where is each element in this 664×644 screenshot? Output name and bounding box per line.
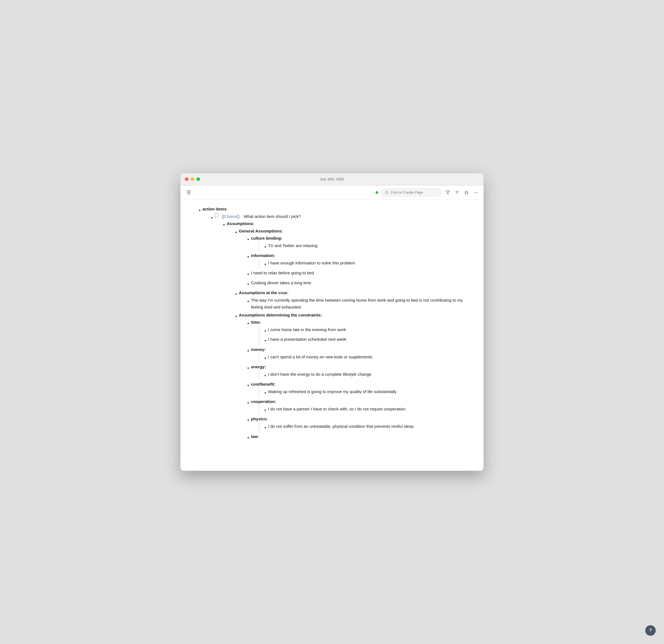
titlebar: July 16th, 2020 (181, 173, 483, 185)
list-item: cost/benefit: (246, 380, 473, 398)
list-item: I do not have a partner I have to check … (257, 405, 473, 415)
filter2-button[interactable] (454, 189, 460, 196)
list-item: action items (197, 205, 473, 443)
bullet-icon (246, 269, 251, 279)
bullet-icon (233, 228, 239, 237)
maximize-button[interactable] (196, 178, 200, 181)
bullet-icon (246, 235, 251, 244)
bullet-icon (233, 289, 239, 298)
bullet-icon (246, 398, 251, 408)
information-item: I have enough information to solve this … (268, 261, 355, 265)
bullet-icon (263, 353, 268, 363)
bullet-icon (263, 336, 268, 345)
bullet-icon (263, 326, 268, 335)
bullet-icon (209, 213, 215, 222)
list-item: Assumptions at the crux: (233, 289, 473, 311)
bullet-icon (197, 206, 203, 215)
traffic-lights (185, 178, 200, 181)
bullet-icon (263, 406, 268, 415)
bullet-icon (263, 388, 268, 397)
list-item: I need to relax before going to bed (246, 269, 473, 279)
money-item-1: I can't spend a lot of money on new tool… (268, 354, 372, 359)
list-item: cooperation: (246, 398, 473, 415)
cooperation-label: cooperation: (251, 399, 276, 404)
law-label: law: (251, 434, 259, 439)
culture-binding-item: TV and Twitter are relaxing (268, 243, 317, 248)
crux-item: The way I'm currently spending the time … (251, 298, 462, 310)
time-label: time: (251, 320, 261, 325)
star-button[interactable] (463, 189, 470, 196)
search-input[interactable] (391, 190, 437, 194)
list-item: The way I'm currently spending the time … (246, 296, 473, 311)
window-title: July 16th, 2020 (320, 177, 344, 181)
toolbar: ☰ (181, 185, 483, 200)
svg-line-1 (388, 193, 388, 194)
list-item: TV and Twitter are relaxing (257, 242, 473, 252)
energy-item-1: I don't have the energy to do a complete… (268, 372, 371, 376)
costbenefit-item-1: Waking up refreshed is going to improve … (268, 389, 396, 394)
bullet-icon (246, 297, 251, 306)
svg-point-8 (476, 192, 476, 193)
more-icon (474, 190, 478, 195)
bullet-icon (246, 415, 251, 425)
assumptions-label: Assumptions: (227, 221, 254, 226)
outline: action items (197, 205, 473, 443)
list-item: information: (246, 252, 473, 269)
extra-item-2: Cooking dinner takes a long time (251, 281, 311, 285)
toolbar-right (375, 188, 479, 196)
search-bar[interactable] (381, 188, 442, 196)
choice-link[interactable]: [[Choice]]: (222, 213, 241, 220)
filter2-icon (455, 190, 459, 195)
filter-button[interactable] (444, 189, 451, 196)
list-item: I can't spend a lot of money on new tool… (257, 353, 473, 363)
bullet-icon (263, 259, 268, 269)
bullet-icon (246, 252, 251, 262)
bullet-icon (221, 220, 227, 229)
extra-item-1: I need to relax before going to bed (251, 270, 314, 275)
information-label: information: (251, 253, 275, 258)
close-button[interactable] (185, 178, 188, 181)
help-button[interactable]: ? (645, 625, 656, 636)
physics-label: physics: (251, 416, 268, 421)
svg-marker-6 (464, 191, 468, 194)
bullet-icon (246, 346, 251, 355)
list-item: I do not suffer from an untreatable, phy… (257, 422, 473, 433)
list-item: Assumptions: (221, 220, 473, 443)
bullet-icon (246, 363, 251, 373)
bullet-icon (246, 279, 251, 289)
time-item-2: I have a presentation scheduled next wee… (268, 337, 346, 341)
app-window: July 16th, 2020 ☰ (181, 173, 483, 471)
list-item: I have enough information to solve this … (257, 259, 473, 269)
help-icon: ? (649, 628, 652, 633)
list-item: Cooking dinner takes a long time (246, 279, 473, 289)
time-item-1: I come home late in the evening from wor… (268, 327, 346, 332)
list-item: physics: (246, 415, 473, 433)
list-item: money: (246, 346, 473, 363)
search-icon (385, 191, 389, 194)
general-assumptions-label: General Assumptions: (239, 229, 283, 233)
svg-point-9 (477, 192, 477, 193)
minimize-button[interactable] (191, 178, 194, 181)
bullet-icon (246, 381, 251, 390)
money-label: money: (251, 347, 266, 352)
svg-marker-2 (446, 191, 449, 194)
star-icon (464, 190, 469, 195)
checkbox[interactable] (215, 213, 219, 217)
list-item: Waking up refreshed is going to improve … (257, 388, 473, 398)
svg-point-7 (474, 192, 475, 193)
list-item: I don't have the energy to do a complete… (257, 371, 473, 380)
physics-item-1: I do not suffer from an untreatable, phy… (268, 424, 414, 429)
bullet-icon (246, 319, 251, 328)
culture-binding-label: culture binding: (251, 236, 282, 241)
hamburger-icon: ☰ (187, 189, 191, 195)
cooperation-item-1: I do not have a partner I have to check … (268, 407, 407, 411)
list-item: law: (246, 433, 473, 443)
more-button[interactable] (473, 189, 479, 196)
hamburger-button[interactable]: ☰ (185, 188, 192, 197)
list-item: I come home late in the evening from wor… (257, 326, 473, 346)
content-area: action items (181, 200, 483, 471)
energy-label: energy: (251, 365, 266, 369)
filter-icon (445, 190, 450, 195)
checkbox-item-text: What action item should I pick? (244, 213, 301, 220)
bullet-icon (263, 423, 268, 432)
